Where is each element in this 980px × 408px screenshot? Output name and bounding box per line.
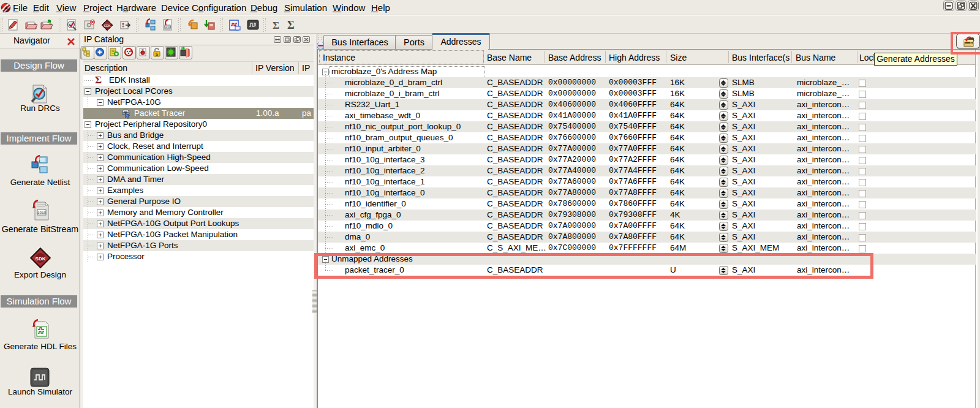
svg-text:S: S: [156, 52, 159, 56]
svg-text:1010: 1010: [37, 211, 47, 215]
svg-text:SDK: SDK: [104, 24, 111, 28]
svg-text:1010: 1010: [164, 26, 171, 29]
svg-text:SDK: SDK: [36, 256, 46, 262]
